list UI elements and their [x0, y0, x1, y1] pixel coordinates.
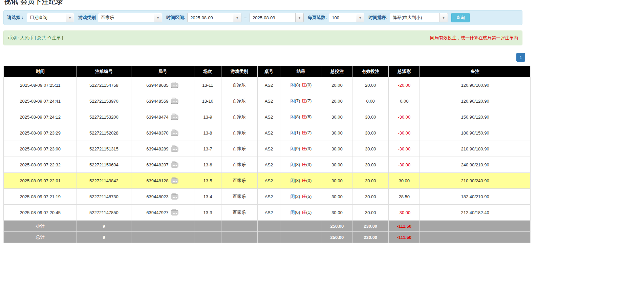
date-to-select[interactable]: 2025-08-09 ▾: [250, 13, 304, 22]
cell-time: 2025-08-09 07:24:12: [4, 109, 77, 125]
cell-table-no: AS2: [257, 93, 280, 109]
cell-total-bet[interactable]: 30.00: [322, 157, 352, 173]
valid-bet-notice-text: 同局有效投注，统一计算在该局第一张注单内: [430, 35, 518, 41]
roadmap-icon[interactable]: [171, 177, 179, 184]
banker-result-label: 庄: [302, 130, 306, 135]
cell-result: 闲(2)庄(5): [280, 189, 322, 205]
player-result-label: 闲: [290, 194, 295, 199]
cell-note: 182.40/210.90: [420, 189, 531, 205]
cell-total-bet[interactable]: 20.00: [322, 93, 352, 109]
query-type-value: 日期查询: [27, 15, 66, 21]
banker-result-label: 庄: [302, 114, 306, 119]
cell-game-type: 百家乐: [221, 109, 257, 125]
pagination-page-1-button[interactable]: 1: [516, 53, 525, 62]
table-row: 2025-08-09 07:24:41 522721153970 6394485…: [4, 93, 531, 109]
cell-payout: -30.00: [389, 157, 420, 173]
cell-table-no: AS2: [257, 157, 280, 173]
cell-time: 2025-08-09 07:23:00: [4, 141, 77, 157]
search-button[interactable]: 查询: [451, 13, 470, 22]
cell-game-type: 百家乐: [221, 173, 257, 189]
roadmap-icon[interactable]: [171, 82, 179, 88]
page-size-select[interactable]: 100 ▾: [329, 13, 364, 22]
game-type-label: 游戏类别: [78, 15, 96, 21]
cell-result: 闲(8)庄(6): [280, 109, 322, 125]
cell-payout: -20.00: [389, 77, 420, 93]
col-header-table-no: 桌号: [257, 66, 280, 77]
time-sort-value: 降幂(由大到小): [390, 15, 439, 21]
cell-game-type: 百家乐: [221, 93, 257, 109]
cell-valid-bet: 0.00: [352, 93, 389, 109]
roadmap-icon[interactable]: [171, 145, 179, 152]
player-result-label: 闲: [290, 98, 295, 103]
cell-game-type: 百家乐: [221, 77, 257, 93]
roadmap-icon[interactable]: [171, 193, 179, 200]
subtotal-valid-bet: 230.00: [352, 221, 389, 232]
cell-total-bet[interactable]: 30.00: [322, 173, 352, 189]
cell-note: 180.90/150.90: [420, 125, 531, 141]
cell-payout: -30.00: [389, 125, 420, 141]
banker-result-label: 庄: [302, 194, 306, 199]
filter-bar: 请选择： 日期查询 ▾ 游戏类别 百家乐 ▾ 时间区间: 2025-08-09 …: [3, 10, 522, 25]
cell-note: 150.90/120.90: [420, 109, 531, 125]
roadmap-icon[interactable]: [171, 161, 179, 168]
round-number: 639448023: [146, 194, 168, 199]
cell-round: 639448023: [131, 189, 194, 205]
banker-result-score: (0): [306, 82, 312, 87]
col-header-note: 备注: [420, 66, 531, 77]
chevron-down-icon: ▾: [439, 13, 448, 22]
banker-result-score: (7): [306, 98, 312, 103]
roadmap-icon[interactable]: [171, 98, 179, 104]
cell-bet-id: 522721151315: [77, 141, 131, 157]
grand-total-count: 9: [77, 232, 131, 243]
roadmap-icon[interactable]: [171, 114, 179, 120]
cell-round: 639448207: [131, 157, 194, 173]
cell-total-bet[interactable]: 30.00: [322, 141, 352, 157]
cell-total-bet[interactable]: 30.00: [322, 205, 352, 221]
cell-payout: 0.00: [389, 93, 420, 109]
cell-bet-id: 522721152028: [77, 125, 131, 141]
col-header-time: 时间: [4, 66, 77, 77]
cell-bet-id: 522721148730: [77, 189, 131, 205]
banker-result-label: 庄: [302, 210, 306, 215]
subtotal-total-bet: 250.00: [322, 221, 352, 232]
cell-note: 212.40/182.40: [420, 205, 531, 221]
bet-records-table: 时间 注单编号 局号 场次 游戏类别 桌号 结果 总投注 有效投注 总派彩 备注…: [3, 66, 531, 243]
cell-result: 闲(8)庄(3): [280, 157, 322, 173]
cell-valid-bet: 30.00: [352, 125, 389, 141]
table-header: 时间 注单编号 局号 场次 游戏类别 桌号 结果 总投注 有效投注 总派彩 备注: [4, 66, 531, 77]
query-type-select[interactable]: 日期查询 ▾: [27, 13, 74, 22]
col-header-valid-bet: 有效投注: [352, 66, 389, 77]
time-sort-select[interactable]: 降幂(由大到小) ▾: [390, 13, 448, 22]
col-header-session: 场次: [194, 66, 221, 77]
player-result-label: 闲: [290, 162, 295, 167]
table-row: 2025-08-09 07:20:45 522721147850 6394479…: [4, 205, 531, 221]
cell-total-bet[interactable]: 30.00: [322, 189, 352, 205]
player-result-label: 闲: [290, 178, 295, 183]
cell-session: 13-5: [194, 173, 221, 189]
cell-total-bet[interactable]: 20.00: [322, 77, 352, 93]
cell-round: 639448474: [131, 109, 194, 125]
cell-table-no: AS2: [257, 205, 280, 221]
range-separator: ~: [244, 15, 247, 20]
roadmap-icon[interactable]: [171, 209, 179, 216]
game-type-select[interactable]: 百家乐 ▾: [98, 13, 162, 22]
player-result-score: (1): [295, 130, 300, 135]
chevron-down-icon: ▾: [233, 13, 241, 22]
date-from-select[interactable]: 2025-08-09 ▾: [187, 13, 241, 22]
cell-payout: 28.50: [389, 189, 420, 205]
date-from-value: 2025-08-09: [188, 15, 233, 20]
cell-note: 240.90/210.90: [420, 157, 531, 173]
cell-total-bet[interactable]: 30.00: [322, 125, 352, 141]
cell-round: 639448128: [131, 173, 194, 189]
cell-table-no: AS2: [257, 77, 280, 93]
cell-note: 120.90/120.90: [420, 93, 531, 109]
col-header-payout: 总派彩: [389, 66, 420, 77]
cell-time: 2025-08-09 07:23:29: [4, 125, 77, 141]
round-number: 639448474: [146, 115, 168, 120]
roadmap-icon[interactable]: [171, 129, 179, 136]
cell-session: 13-8: [194, 125, 221, 141]
cell-result: 闲(8)庄(0): [280, 77, 322, 93]
cell-total-bet[interactable]: 30.00: [322, 109, 352, 125]
cell-round: 639448370: [131, 125, 194, 141]
cell-round: 639448559: [131, 93, 194, 109]
